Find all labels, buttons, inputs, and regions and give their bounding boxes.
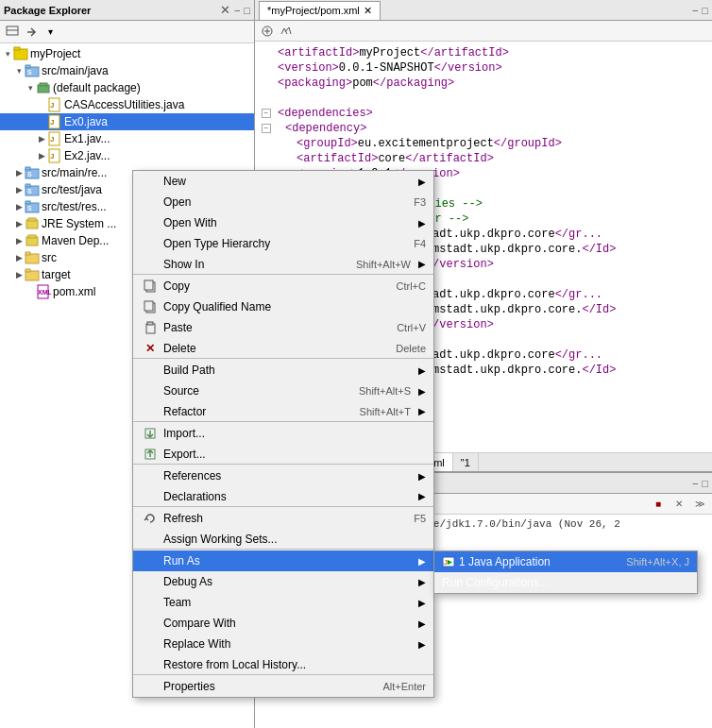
menu-item-paste[interactable]: Paste Ctrl+V (133, 317, 433, 338)
svg-text:S: S (27, 188, 32, 195)
menu-item-refactor[interactable]: Refactor Shift+Alt+T ▶ (133, 401, 433, 422)
tree-label-srcmainjava: src/main/java (42, 64, 109, 77)
runas-submenu-javaapp[interactable]: J 1 Java Application Shift+Alt+X, J (434, 551, 697, 572)
editor-toolbar-btn1[interactable] (259, 23, 276, 40)
replacewith-icon (141, 636, 160, 652)
console-stop-btn[interactable]: ■ (650, 496, 667, 513)
bottom-panel-min-icon[interactable]: − (692, 478, 698, 489)
menu-item-new[interactable]: New ▶ (133, 171, 433, 192)
menu-item-copy-label: Copy (163, 279, 389, 293)
tree-label-defaultpkg: (default package) (53, 81, 141, 94)
menu-item-restorefromlocalhistory[interactable]: Restore from Local History... (133, 654, 433, 675)
menu-item-opentypehierarchy[interactable]: Open Type Hierarchy F4 (133, 233, 433, 254)
package-explorer-close-icon[interactable]: ✕ (220, 3, 230, 17)
menu-item-assignworkingsets[interactable]: Assign Working Sets... (133, 529, 433, 550)
editor-tab-1[interactable]: "1 (453, 453, 479, 472)
package-explorer-min-icon[interactable]: − (234, 5, 240, 16)
editor-tab-pomxml[interactable]: *myProject/pom.xml ✕ (259, 1, 381, 20)
view-menu-button[interactable]: ▾ (42, 24, 59, 41)
package-explorer-title: Package Explorer (4, 5, 216, 16)
collapse-dependency-btn[interactable]: − (262, 124, 271, 133)
menu-item-showin[interactable]: Show In Shift+Alt+W ▶ (133, 254, 433, 275)
menu-item-buildpath[interactable]: Build Path ▶ (133, 360, 433, 381)
menu-item-comparewith-label: Compare With (163, 617, 411, 630)
runas-javaapp-label: 1 Java Application (459, 555, 551, 568)
collapse-all-button[interactable] (4, 24, 21, 41)
menu-item-export[interactable]: Export... (133, 444, 433, 465)
editor-line (259, 91, 708, 106)
src-folder-plain-icon (25, 250, 40, 265)
tree-item-casaccessutilities[interactable]: J CASAccessUtilities.java (0, 96, 254, 113)
console-close-btn[interactable]: ✕ (670, 496, 687, 513)
runas-configurations-label: Run Configurations... (442, 576, 549, 589)
tree-label-mavendep: Maven Dep... (42, 234, 109, 247)
toggle-srcmainres[interactable]: ▶ (13, 167, 25, 178)
toggle-src[interactable]: ▶ (13, 252, 25, 263)
source-icon (141, 383, 160, 398)
java-file-ex2-icon: J (47, 148, 62, 163)
refactor-icon (141, 404, 160, 419)
menu-item-properties[interactable]: Properties Alt+Enter (133, 676, 433, 697)
copy-icon (141, 279, 160, 294)
menu-item-import-label: Import... (163, 427, 426, 440)
svg-rect-43 (144, 280, 153, 290)
menu-item-open[interactable]: Open F3 (133, 192, 433, 212)
tree-label-pomxml: pom.xml (53, 285, 95, 298)
menu-item-refresh-label: Refresh (163, 512, 406, 525)
toggle-srctestjava[interactable]: ▶ (13, 184, 25, 195)
tree-item-ex1java[interactable]: ▶ J Ex1.jav... (0, 130, 254, 147)
menu-item-runas-label: Run As (163, 554, 411, 567)
bottom-panel-max-icon[interactable]: □ (702, 478, 708, 489)
editor-line: <version>0.0.1-SNAPSHOT</version> (259, 60, 708, 76)
svg-text:J: J (50, 101, 54, 110)
tree-item-myproject[interactable]: ▾ myProject (0, 45, 254, 62)
menu-item-openwith[interactable]: Open With ▶ (133, 212, 433, 233)
editor-toolbar-btn2[interactable] (278, 23, 295, 40)
toggle-ex2java[interactable]: ▶ (36, 150, 47, 161)
tree-item-defaultpkg[interactable]: ▾ (default package) (0, 79, 254, 96)
toggle-ex1java[interactable]: ▶ (36, 133, 47, 144)
menu-item-debugas[interactable]: Debug As ▶ (133, 571, 433, 592)
svg-text:S: S (27, 205, 32, 212)
jre-jar-icon (25, 216, 40, 231)
package-explorer-max-icon[interactable]: □ (244, 5, 250, 16)
toggle-mavendep[interactable]: ▶ (13, 235, 25, 246)
collapse-dependencies-btn[interactable]: − (262, 109, 271, 118)
menu-item-copyqualifiedname[interactable]: Copy Qualified Name (133, 296, 433, 317)
tree-label-casaccessutilities: CASAccessUtilities.java (64, 98, 184, 111)
menu-item-delete[interactable]: ✕ Delete Delete (133, 338, 433, 359)
menu-item-references[interactable]: References ▶ (133, 466, 433, 486)
tree-item-ex0java[interactable]: J Ex0.java (0, 113, 254, 130)
editor-line: − <dependencies> (259, 106, 708, 121)
menu-item-declarations[interactable]: Declarations ▶ (133, 486, 433, 507)
console-more-btn[interactable]: ≫ (691, 496, 708, 513)
toggle-defaultpkg[interactable]: ▾ (25, 82, 36, 93)
menu-item-comparewith[interactable]: Compare With ▶ (133, 613, 433, 634)
menu-item-refresh[interactable]: Refresh F5 (133, 508, 433, 529)
refresh-icon (141, 511, 160, 526)
link-with-editor-button[interactable] (23, 24, 40, 41)
copy-shortcut: Ctrl+C (397, 280, 426, 292)
menu-item-import[interactable]: Import... (133, 423, 433, 444)
menu-item-new-label: New (163, 175, 411, 188)
editor-max-icon[interactable]: □ (702, 5, 708, 16)
menu-item-copy[interactable]: Copy Ctrl+C (133, 276, 433, 296)
menu-item-copyqualifiedname-label: Copy Qualified Name (163, 300, 426, 313)
runas-submenu-configurations[interactable]: Run Configurations... (434, 572, 697, 593)
toggle-srcmainjava[interactable]: ▾ (13, 65, 25, 76)
toggle-target[interactable]: ▶ (13, 269, 25, 280)
editor-tab-close-icon[interactable]: ✕ (364, 5, 372, 17)
menu-item-team[interactable]: Team ▶ (133, 592, 433, 613)
menu-item-replacewith[interactable]: Replace With ▶ (133, 634, 433, 654)
menu-item-source[interactable]: Source Shift+Alt+S ▶ (133, 381, 433, 401)
copyqualifiedname-icon (141, 299, 160, 314)
toggle-myproject[interactable]: ▾ (2, 48, 13, 59)
menu-item-runas[interactable]: Run As ▶ J 1 Java Application Shift+Alt+… (133, 550, 433, 571)
toggle-srctestres[interactable]: ▶ (13, 201, 25, 212)
editor-min-icon[interactable]: − (692, 5, 698, 16)
tree-item-ex2java[interactable]: ▶ J Ex2.jav... (0, 147, 254, 164)
opentypehierarchy-icon (141, 236, 160, 251)
toggle-jresystem[interactable]: ▶ (13, 218, 25, 229)
comparewith-submenu-arrow: ▶ (418, 618, 426, 629)
tree-item-srcmainjava[interactable]: ▾ S src/main/java (0, 62, 254, 79)
